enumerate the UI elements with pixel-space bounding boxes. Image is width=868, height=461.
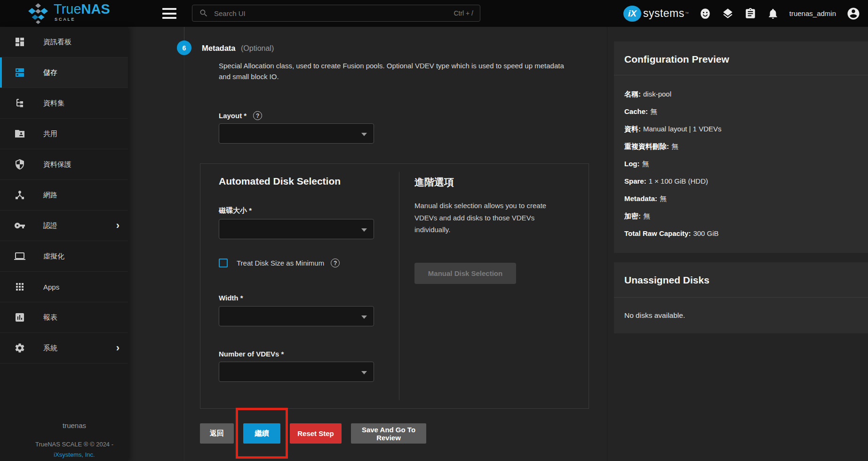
sidebar-item-reports[interactable]: 報表 bbox=[0, 302, 128, 333]
step-title: Metadata bbox=[202, 44, 236, 52]
treat-disk-size-label: Treat Disk Size as Minimum bbox=[237, 259, 324, 267]
truenas-logo-mark bbox=[26, 2, 50, 24]
preview-row: 重複資料刪除:無 bbox=[624, 141, 858, 152]
shares-folder-icon bbox=[14, 128, 25, 139]
search-box[interactable]: Ctrl + / bbox=[192, 5, 480, 22]
sidebar-item-label: 儲存 bbox=[43, 68, 57, 77]
layout-select[interactable] bbox=[219, 123, 374, 144]
dropdown-caret-icon bbox=[361, 133, 367, 136]
hostname-label: truenas bbox=[21, 421, 128, 429]
feedback-smiley-icon[interactable] bbox=[699, 8, 711, 20]
preview-row: Metadata:無 bbox=[624, 194, 858, 204]
brand-true: True bbox=[54, 1, 81, 16]
sidebar-item-label: 網路 bbox=[43, 191, 57, 200]
disk-size-select[interactable] bbox=[219, 219, 374, 239]
sidebar-item-label: 虛擬化 bbox=[43, 252, 64, 261]
preview-row: 加密:無 bbox=[624, 211, 858, 221]
credentials-key-icon bbox=[14, 220, 25, 231]
disk-size-label-text: 磁碟大小 * bbox=[219, 206, 252, 215]
sidebar-item-label: 報表 bbox=[43, 313, 57, 322]
chevron-right-icon: › bbox=[116, 343, 119, 353]
jobs-clipboard-icon[interactable] bbox=[744, 8, 757, 20]
dropdown-caret-icon bbox=[361, 228, 367, 232]
copyright-label: TrueNAS SCALE ® © 2024 - bbox=[21, 441, 128, 448]
sidebar-item-credentials[interactable]: 認證 › bbox=[0, 210, 128, 241]
sidebar-item-shares[interactable]: 共用 bbox=[0, 119, 128, 149]
sidebar-item-label: 認證 bbox=[43, 221, 57, 230]
layout-field-label: Layout * ? bbox=[219, 111, 262, 120]
search-shortcut: Ctrl + / bbox=[454, 9, 473, 17]
preview-row: Cache:無 bbox=[624, 106, 858, 117]
disk-size-field-label: 磁碟大小 * bbox=[219, 206, 252, 215]
search-input[interactable] bbox=[213, 9, 454, 18]
ix-trademark: ™ bbox=[685, 11, 689, 16]
chevron-right-icon: › bbox=[116, 220, 119, 231]
content-divider bbox=[607, 27, 607, 461]
datasets-tree-icon bbox=[14, 97, 25, 109]
reports-chart-icon bbox=[14, 312, 25, 323]
back-button[interactable]: 返回 bbox=[200, 423, 234, 444]
sidebar-item-label: 資訊看板 bbox=[43, 38, 72, 47]
sidebar-item-storage[interactable]: 儲存 bbox=[0, 57, 128, 88]
step-header[interactable]: Metadata (Optional) bbox=[202, 44, 274, 53]
preview-row: Log:無 bbox=[624, 159, 858, 169]
sidebar-item-dashboard[interactable]: 資訊看板 bbox=[0, 27, 128, 57]
treat-disk-size-checkbox[interactable] bbox=[219, 259, 228, 267]
topbar: TrueNAS SCALE Ctrl + / iX systems ™ bbox=[0, 0, 868, 27]
vdevs-field-label: Number of VDEVs * bbox=[219, 350, 284, 358]
dashboard-icon bbox=[14, 36, 25, 48]
ix-ellipse-mark: iX bbox=[623, 6, 641, 22]
step-number-badge: 6 bbox=[177, 40, 191, 55]
help-icon[interactable]: ? bbox=[253, 111, 262, 120]
sidebar-footer: truenas TrueNAS SCALE ® © 2024 - iXsyste… bbox=[0, 421, 128, 461]
preview-row: 資料:Manual layout | 1 VDEVs bbox=[624, 124, 858, 134]
sidebar-item-label: 共用 bbox=[43, 129, 57, 138]
sidebar-item-network[interactable]: 網路 bbox=[0, 180, 128, 210]
sidebar-item-virtualization[interactable]: 虛擬化 bbox=[0, 241, 128, 272]
topbar-username: truenas_admin bbox=[789, 9, 836, 17]
width-select[interactable] bbox=[219, 306, 374, 326]
account-avatar-icon[interactable] bbox=[846, 7, 860, 21]
configuration-preview-card: Configuration Preview 名稱:disk-pool Cache… bbox=[614, 41, 868, 253]
sidebar-item-label: 系統 bbox=[43, 344, 57, 353]
apps-grid-icon bbox=[14, 281, 25, 292]
brand-text: TrueNAS SCALE bbox=[54, 2, 110, 22]
width-field-label: Width * bbox=[219, 294, 243, 302]
topbar-right-cluster: iX systems ™ truenas_admin bbox=[623, 0, 860, 27]
vdevs-select[interactable] bbox=[219, 362, 374, 382]
next-button[interactable]: 繼續 bbox=[243, 423, 280, 444]
sidebar-item-label: Apps bbox=[43, 283, 59, 291]
stepper-connector-line bbox=[184, 27, 184, 40]
sidebar-item-label: 資料保護 bbox=[43, 160, 72, 169]
unassigned-disks-title: Unassigned Disks bbox=[614, 262, 868, 298]
sidebar: 資訊看板 儲存 資料集 共用 資料保護 網路 認證 › 虛擬化 Apps bbox=[0, 27, 128, 461]
brand-nas: NAS bbox=[81, 1, 110, 16]
sidebar-item-apps[interactable]: Apps bbox=[0, 272, 128, 302]
vdevs-label-text: Number of VDEVs * bbox=[219, 350, 284, 358]
advanced-options-title: 進階選項 bbox=[414, 176, 454, 189]
save-and-review-button[interactable]: Save And Go To Review bbox=[351, 423, 426, 444]
sidebar-item-system[interactable]: 系統 › bbox=[0, 333, 128, 364]
virtualization-laptop-icon bbox=[14, 251, 25, 262]
ix-systems-text: systems bbox=[643, 7, 685, 20]
alerts-bell-icon[interactable] bbox=[767, 8, 779, 20]
system-gear-icon bbox=[14, 342, 25, 354]
width-label-text: Width * bbox=[219, 294, 243, 302]
menu-hamburger-icon[interactable] bbox=[162, 8, 176, 19]
ixsystems-link[interactable]: iXsystems, Inc. bbox=[21, 451, 128, 458]
step-optional-label: (Optional) bbox=[241, 44, 274, 52]
sidebar-item-data-protection[interactable]: 資料保護 bbox=[0, 149, 128, 180]
network-hub-icon bbox=[14, 189, 25, 201]
unassigned-disks-card: Unassigned Disks No disks available. bbox=[614, 262, 868, 333]
truecommand-layers-icon[interactable] bbox=[722, 8, 734, 20]
storage-icon bbox=[14, 67, 25, 78]
truenas-logo[interactable]: TrueNAS SCALE bbox=[26, 2, 110, 24]
sidebar-item-datasets[interactable]: 資料集 bbox=[0, 88, 128, 119]
dropdown-caret-icon bbox=[361, 315, 367, 319]
panel-vertical-divider bbox=[399, 172, 399, 400]
manual-disk-selection-button[interactable]: Manual Disk Selection bbox=[414, 263, 516, 284]
advanced-options-description: Manual disk selection allows you to crea… bbox=[414, 200, 564, 236]
reset-step-button[interactable]: Reset Step bbox=[290, 423, 342, 444]
help-icon[interactable]: ? bbox=[331, 259, 340, 267]
treat-disk-size-row: Treat Disk Size as Minimum ? bbox=[219, 259, 340, 267]
